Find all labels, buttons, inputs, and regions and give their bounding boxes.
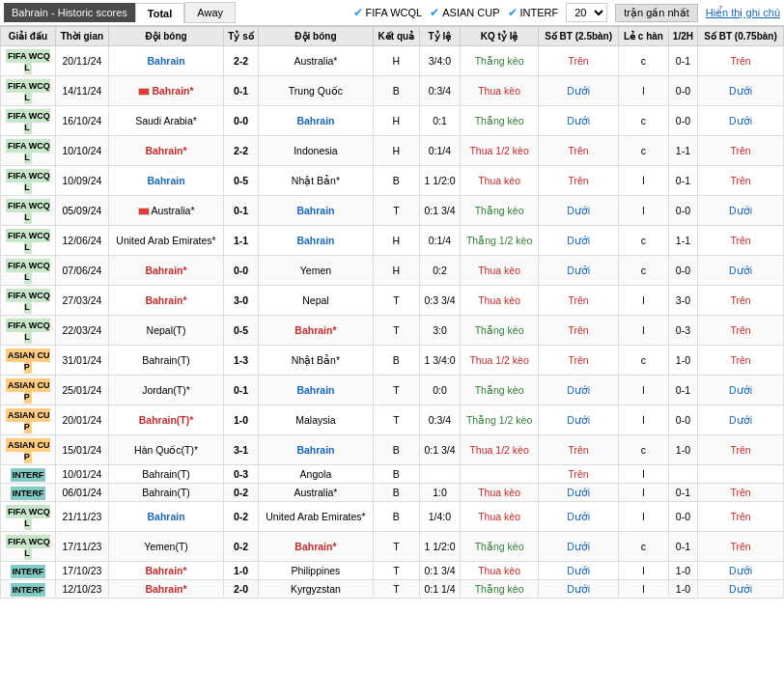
table-header: Giải đấu Thời gian Đội bóng Tỷ số Đội bó… [1,27,784,46]
result-cell: B [373,465,419,484]
col-bt: Số BT (2.5bàn) [539,27,619,46]
team1-cell: Bahrain(T)* [109,405,224,435]
team1-cell: Saudi Arabia* [109,106,224,136]
score-cell: 1-1 [223,226,258,256]
table-row: ASIAN CUP31/01/24Bahrain(T)1-3Nhật Bản*B… [1,346,784,376]
bt75-cell: Trên [698,136,784,166]
result-cell: H [373,136,419,166]
table-row: FIFA WCQL14/11/24Bahrain*0-1Trung QuốcB0… [1,76,784,106]
kq-ratio-cell: Thắng kèo [461,532,539,562]
result-cell: H [373,226,419,256]
ratio-cell: 1 1/2:0 [419,532,460,562]
ratio-cell: 0:1 1/4 [419,580,460,599]
team1-cell: Bahrain* [109,256,224,286]
bt-cell: Trên [539,435,619,465]
ratio-cell: 0:1 3/4 [419,562,460,580]
check-icon: ✔ [430,6,439,19]
table-row: INTERF10/01/24Bahrain(T)0-3AngolaBTrênl [1,465,784,484]
score-cell: 0-1 [223,196,258,226]
score-cell: 2-2 [223,136,258,166]
col-ratio: Tỷ lệ [419,27,460,46]
competition-cell: FIFA WCQL [1,226,56,256]
date-cell: 12/10/23 [55,580,108,599]
ratio-cell [419,465,460,484]
lec-cell: c [619,532,669,562]
bt75-cell: Trên [698,532,784,562]
filter-asian[interactable]: ✔ ASIAN CUP [430,6,499,19]
team2-cell: Australia* [259,46,374,76]
display-notes[interactable]: Hiển thị ghi chú [706,7,780,19]
team2-cell: Bahrain [259,196,374,226]
bt-cell: Dưới [539,76,619,106]
lec-cell: c [619,136,669,166]
bt-cell: Trên [539,346,619,376]
competition-cell: FIFA WCQL [1,502,56,532]
date-cell: 27/03/24 [55,286,108,316]
half-cell: 0-1 [668,166,697,196]
team2-cell: United Arab Emirates* [259,502,374,532]
half-cell: 1-0 [668,562,697,580]
table-row: FIFA WCQL07/06/24Bahrain*0-0YemenH0:2Thu… [1,256,784,286]
kq-ratio-cell: Thua kèo [461,484,539,502]
tab-away[interactable]: Away [184,2,236,23]
tab-total[interactable]: Total [135,3,184,23]
date-cell: 10/09/24 [55,166,108,196]
bt75-cell: Trên [698,166,784,196]
bt-cell: Dưới [539,484,619,502]
competition-cell: INTERF [1,465,56,484]
table-row: FIFA WCQL12/06/24United Arab Emirates*1-… [1,226,784,256]
half-cell: 1-1 [668,226,697,256]
count-select[interactable]: 20 10 30 [566,3,607,22]
kq-ratio-cell: Thua 1/2 kèo [461,435,539,465]
bt75-cell: Trên [698,484,784,502]
lec-cell: l [619,166,669,196]
filter-interf[interactable]: ✔ INTERF [508,6,559,19]
filter-btn[interactable]: trận gần nhất [615,4,697,22]
result-cell: H [373,256,419,286]
competition-cell: FIFA WCQL [1,316,56,346]
team1-cell: Bahrain* [109,286,224,316]
ratio-cell: 0:1 3/4 [419,435,460,465]
filter-fifa[interactable]: ✔ FIFA WCQL [353,6,423,19]
col-bt75: Số BT (0.75bàn) [698,27,784,46]
team1-cell: Bahrain [109,502,224,532]
team1-cell: Bahrain* [109,76,224,106]
result-cell: B [373,435,419,465]
col-team2: Đội bóng [259,27,374,46]
result-cell: B [373,346,419,376]
competition-cell: ASIAN CUP [1,435,56,465]
team2-cell: Bahrain [259,226,374,256]
team1-cell: Hàn Quốc(T)* [109,435,224,465]
half-cell: 1-0 [668,346,697,376]
bt75-cell: Dưới [698,256,784,286]
lec-cell: l [619,286,669,316]
competition-cell: FIFA WCQL [1,256,56,286]
result-cell: T [373,532,419,562]
bt-cell: Trên [539,136,619,166]
result-cell: H [373,106,419,136]
bt-cell: Trên [539,286,619,316]
half-cell: 0-3 [668,316,697,346]
ratio-cell: 0:3/4 [419,76,460,106]
result-cell: T [373,196,419,226]
result-cell: B [373,484,419,502]
date-cell: 25/01/24 [55,376,108,405]
score-cell: 0-1 [223,376,258,405]
result-cell: T [373,580,419,599]
score-cell: 0-1 [223,76,258,106]
team1-cell: Bahrain [109,46,224,76]
result-cell: T [373,286,419,316]
team2-cell: Trung Quốc [259,76,374,106]
kq-ratio-cell: Thắng 1/2 kèo [461,226,539,256]
col-score: Tỷ số [223,27,258,46]
ratio-cell: 3:0 [419,316,460,346]
half-cell: 0-0 [668,405,697,435]
table-row: ASIAN CUP25/01/24Jordan(T)*0-1BahrainT0:… [1,376,784,405]
date-cell: 16/10/24 [55,106,108,136]
lec-cell: l [619,502,669,532]
score-cell: 1-0 [223,405,258,435]
lec-cell: c [619,226,669,256]
filter-asian-label: ASIAN CUP [442,7,499,18]
half-cell: 1-0 [668,580,697,599]
score-cell: 2-2 [223,46,258,76]
